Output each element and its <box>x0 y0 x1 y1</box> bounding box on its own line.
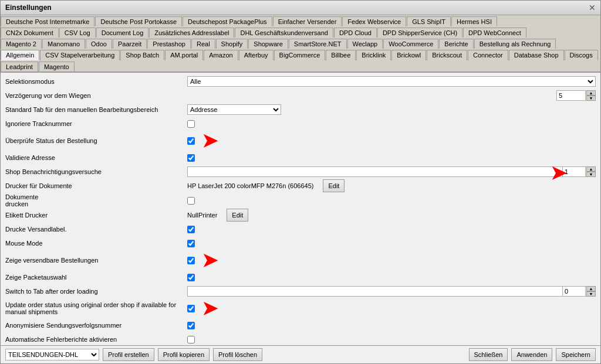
close-button[interactable]: ✕ <box>589 3 596 12</box>
anonymisiere-row: Anonymisiere Sendungsverfolgsnummer <box>5 319 596 332</box>
tab-bricklink[interactable]: Bricklink <box>356 50 391 60</box>
tab-database-shop[interactable]: Database Shop <box>509 50 564 60</box>
tab-brickwol[interactable]: Brickowl <box>391 50 426 60</box>
validiere-checkbox[interactable] <box>187 154 195 162</box>
ueberpruefe-checkbox[interactable] <box>187 137 195 145</box>
speichern-button[interactable]: Speichern <box>556 348 596 361</box>
switch-tab-spinner: ▲ ▼ <box>586 286 596 297</box>
drucker-control: HP LaserJet 200 colorMFP M276n (606645) … <box>187 179 596 192</box>
etikett-label: Etikett Drucker <box>5 212 187 219</box>
dokumente-drucken-row: Dokumente drucken <box>5 193 596 207</box>
tab-real[interactable]: Real <box>191 39 215 49</box>
standard-tab-row: Standard Tab für den manuellen Bearbeitu… <box>5 103 596 116</box>
tab-billbee[interactable]: Billbee <box>326 50 356 60</box>
tab-cn2x-dokument[interactable]: CN2x Dokument <box>1 28 59 38</box>
tabs-row3: Magento 2 Manomano Odoo Paarzeit Prestas… <box>1 38 600 49</box>
tab-weclapp[interactable]: Weclapp <box>347 39 383 49</box>
tab-leadprint[interactable]: Leadprint <box>1 62 38 72</box>
switch-tab-down[interactable]: ▼ <box>586 291 596 297</box>
verzoegerung-up[interactable]: ▲ <box>586 90 596 96</box>
tab-hermes-hsi[interactable]: Hermes HSI <box>451 16 497 26</box>
tab-smartstore-net[interactable]: SmartStore.NET <box>289 39 347 49</box>
tab-dhl-geschaeftskunden[interactable]: DHL Geschäftskundenversand <box>235 28 333 38</box>
shop-benachrichtigung-arrow-icon: ➤ <box>551 164 566 182</box>
switch-tab-input-wide[interactable] <box>187 286 596 297</box>
etikett-edit-button[interactable]: Edit <box>227 209 248 222</box>
verzoegerung-down[interactable]: ▼ <box>586 96 596 101</box>
zeige-paket-row: Zeige Packetauswahl <box>5 271 596 284</box>
verzoegerung-input[interactable] <box>556 90 586 101</box>
tab-dpd-shipperservice[interactable]: DPD ShipperService (CH) <box>377 28 462 38</box>
tab-discogs[interactable]: Discogs <box>565 50 598 60</box>
tab-document-log[interactable]: Document Log <box>96 28 149 38</box>
zeige-versendbare-checkbox[interactable] <box>187 257 195 264</box>
tab-bestellung-als-rechnung[interactable]: Bestellung als Rechnung <box>474 39 556 49</box>
tab-gls-shipit[interactable]: GLS ShipIT <box>407 16 451 26</box>
switch-tab-up[interactable]: ▲ <box>586 286 596 291</box>
update-order-checkbox[interactable] <box>187 305 195 312</box>
selektionsmodus-select[interactable]: Alle <box>187 76 596 87</box>
main-window: Einstellungen ✕ Deutsche Post Internetma… <box>0 0 601 364</box>
tab-zusatzliches-addresslabel[interactable]: Zusätzliches Addresslabel <box>149 28 234 38</box>
tab-shop-batch[interactable]: Shop Batch <box>120 50 164 60</box>
tab-allgemein[interactable]: Allgemein <box>1 50 39 60</box>
profil-loeschen-button[interactable]: Profil löschen <box>213 348 262 361</box>
dokumente-drucken-checkbox[interactable] <box>187 197 195 205</box>
mouse-mode-checkbox[interactable] <box>187 240 195 247</box>
tab-berichte[interactable]: Berichte <box>439 39 473 49</box>
tab-amazon[interactable]: Amazon <box>204 50 238 60</box>
ignoriere-checkbox[interactable] <box>187 120 195 128</box>
tab-magento2[interactable]: Magento 2 <box>1 39 42 49</box>
standard-tab-select[interactable]: Addresse <box>187 104 281 115</box>
tab-manomano[interactable]: Manomano <box>42 39 85 49</box>
tab-shopware[interactable]: Shopware <box>248 39 288 49</box>
zeige-versendbare-label: Zeige versendbare Bestellungen <box>5 257 187 264</box>
automatische-checkbox[interactable] <box>187 336 195 343</box>
ueberpruefe-label: Überprüfe Status der Bestellung <box>5 137 187 144</box>
shop-benachrichtigung-input[interactable] <box>187 166 596 177</box>
tab-shopify[interactable]: Shopify <box>216 39 248 49</box>
tab-woocommerce[interactable]: WooCommerce <box>383 39 438 49</box>
tab-bigcommerce[interactable]: BigCommerce <box>274 50 326 60</box>
zeige-versendbare-row: Zeige versendbare Bestellungen ➤ <box>5 251 596 270</box>
tab-fedex-webservice[interactable]: Fedex Webservice <box>342 16 406 26</box>
selektionsmodus-control: Alle <box>187 76 596 87</box>
tab-csv-stapelverarbeitung[interactable]: CSV Stapelverarbeitung <box>40 50 120 60</box>
main-content: Selektionsmodus Alle Verzögerung vor dem… <box>1 73 600 345</box>
tab-am-portal[interactable]: AM.portal <box>165 50 203 60</box>
tab-dpd-cloud[interactable]: DPD Cloud <box>334 28 377 38</box>
tab-odoo[interactable]: Odoo <box>86 39 112 49</box>
anwenden-button[interactable]: Anwenden <box>511 348 552 361</box>
tab-deutsche-post-portokasse[interactable]: Deutsche Post Portokasse <box>95 16 182 26</box>
switch-tab-input[interactable] <box>562 286 586 297</box>
drucke-versandlabel-checkbox[interactable] <box>187 226 195 233</box>
verzoegerung-row: Verzögerung vor dem Wiegen ▲ ▼ <box>5 89 596 102</box>
tab-dpd-webconnect[interactable]: DPD WebConnect <box>463 28 526 38</box>
tab-connector[interactable]: Connector <box>468 50 508 60</box>
mouse-mode-label: Mouse Mode <box>5 240 187 247</box>
schliessen-button[interactable]: Schließen <box>469 348 508 361</box>
drucker-edit-button[interactable]: Edit <box>323 179 345 192</box>
etikett-value: NullPrinter <box>187 212 217 219</box>
tab-prestashop[interactable]: Prestashop <box>147 39 191 49</box>
zeige-paket-checkbox[interactable] <box>187 274 195 281</box>
profil-kopieren-button[interactable]: Profil kopieren <box>158 348 210 361</box>
tabs-row4: Allgemein CSV Stapelverarbeitung Shop Ba… <box>1 49 600 72</box>
tab-magento[interactable]: Magento <box>39 62 75 72</box>
tab-einfacher-versender[interactable]: Einfacher Versender <box>273 16 342 26</box>
tab-deutsche-post-internetmarke[interactable]: Deutsche Post Internetmarke <box>1 16 94 26</box>
tab-brickscout[interactable]: Brickscout <box>427 50 467 60</box>
tab-csv-log[interactable]: CSV Log <box>59 28 96 38</box>
validiere-label: Validiere Adresse <box>5 154 187 161</box>
ueberpruefe-control: ➤ <box>187 131 596 150</box>
tab-paarzeit[interactable]: Paarzeit <box>113 39 147 49</box>
profile-select[interactable]: TEILSENDUNGEN-DHL <box>5 349 99 360</box>
tab-afterbuy[interactable]: Afterbuy <box>239 50 274 60</box>
tab-deutschepost-packageplus[interactable]: Deutschepost PackagePlus <box>183 16 272 26</box>
profil-erstellen-button[interactable]: Profil erstellen <box>103 348 154 361</box>
shop-benachrichtigung-down[interactable]: ▼ <box>586 172 596 177</box>
drucker-label: Drucker für Dokumente <box>5 182 187 189</box>
shop-benachrichtigung-spinner: ▲ ▼ <box>586 166 596 177</box>
anonymisiere-checkbox[interactable] <box>187 322 195 329</box>
shop-benachrichtigung-up[interactable]: ▲ <box>586 166 596 172</box>
